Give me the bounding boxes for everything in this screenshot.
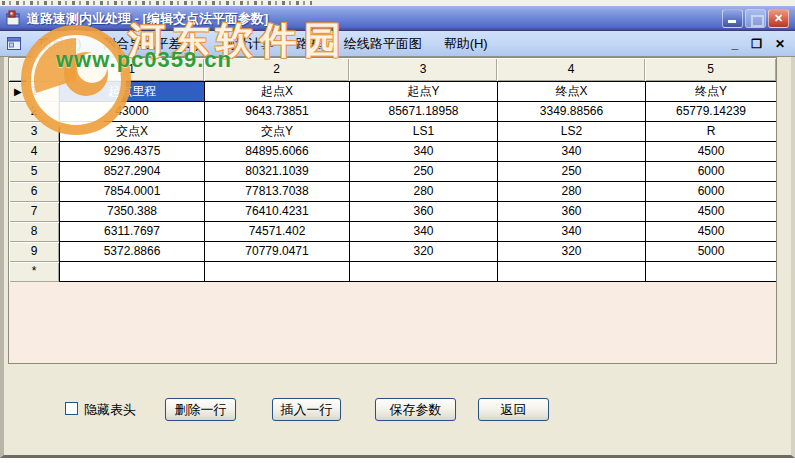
grid-cell[interactable]: 终点Y: [646, 82, 777, 102]
grid-cell[interactable]: 终点X: [498, 82, 646, 102]
grid-rows: 1▶起点里程起点X起点Y终点X终点Y2430009643.7385185671.…: [9, 82, 776, 282]
grid-column-header[interactable]: 1: [59, 58, 204, 81]
grid-row: 2430009643.7385185671.189583349.88566657…: [9, 102, 776, 122]
grid-row-header[interactable]: 8: [9, 222, 59, 242]
grid-cell[interactable]: [498, 262, 646, 282]
menu-item-survey-calc[interactable]: 测量计算: [211, 35, 285, 53]
grid-cell[interactable]: 交点Y: [205, 122, 350, 142]
grid-cell[interactable]: [205, 262, 350, 282]
grid-corner-cell[interactable]: [9, 58, 59, 81]
grid-cell[interactable]: 360: [498, 202, 646, 222]
grid-column-header[interactable]: 3: [349, 58, 497, 81]
grid-cell[interactable]: 交点X: [60, 122, 205, 142]
grid-cell[interactable]: 起点X: [205, 82, 350, 102]
grid-cell[interactable]: 340: [350, 222, 498, 242]
grid-cell[interactable]: 280: [498, 182, 646, 202]
grid-column-header[interactable]: 4: [497, 58, 645, 81]
grid-cell[interactable]: 起点里程: [60, 82, 205, 102]
grid-cell[interactable]: 320: [350, 242, 498, 262]
grid-cell[interactable]: 6311.7697: [60, 222, 205, 242]
grid-row-header[interactable]: 3: [9, 122, 59, 142]
grid-row-header[interactable]: 1▶: [9, 82, 59, 102]
grid-cell[interactable]: 340: [498, 222, 646, 242]
grid-cell[interactable]: R: [646, 122, 777, 142]
grid-row: 77350.38876410.42313603604500: [9, 202, 776, 222]
hide-header-checkbox[interactable]: [65, 402, 78, 415]
current-row-marker-icon: ▶: [14, 82, 22, 101]
grid-column-header[interactable]: 5: [645, 58, 776, 81]
grid-cell[interactable]: 77813.7038: [205, 182, 350, 202]
menu-item-roadbed[interactable]: 路基: [285, 35, 333, 53]
grid-cell[interactable]: 84895.6066: [205, 142, 350, 162]
grid-cell[interactable]: 8527.2904: [60, 162, 205, 182]
delete-row-button[interactable]: 删除一行: [165, 398, 236, 421]
grid-cell[interactable]: 85671.18958: [350, 102, 498, 122]
minimize-button[interactable]: [722, 9, 743, 28]
grid-row-header[interactable]: *: [9, 262, 59, 282]
grid-cell[interactable]: 4500: [646, 142, 777, 162]
return-button[interactable]: 返回: [478, 398, 549, 421]
grid-row-header[interactable]: 7: [9, 202, 59, 222]
grid-cell[interactable]: 7854.0001: [60, 182, 205, 202]
close-button[interactable]: ✕: [768, 9, 789, 28]
maximize-button[interactable]: [745, 9, 766, 28]
grid-cell[interactable]: LS1: [350, 122, 498, 142]
grid-cell[interactable]: LS2: [498, 122, 646, 142]
parameters-datagrid: 12345 1▶起点里程起点X起点Y终点X终点Y2430009643.73851…: [8, 57, 777, 364]
grid-row: 58527.290480321.10392502506000: [9, 162, 776, 182]
background-window-text-fragments: [2, 1, 312, 5]
grid-cell[interactable]: 4500: [646, 222, 777, 242]
grid-cell[interactable]: 65779.14239: [646, 102, 777, 122]
grid-cell[interactable]: [350, 262, 498, 282]
grid-cell[interactable]: 250: [350, 162, 498, 182]
grid-cell[interactable]: 5372.8866: [60, 242, 205, 262]
grid-row: 86311.769774571.4023403404500: [9, 222, 776, 242]
grid-row-header[interactable]: 5: [9, 162, 59, 182]
grid-cell[interactable]: 80321.1039: [205, 162, 350, 182]
titlebar[interactable]: 道路速测内业处理 - [编辑交点法平面参数] ✕: [0, 6, 795, 31]
grid-row: 67854.000177813.70382802806000: [9, 182, 776, 202]
grid-row-header[interactable]: 4: [9, 142, 59, 162]
grid-row-header[interactable]: 2: [9, 102, 59, 122]
grid-cell[interactable]: 70779.0471: [205, 242, 350, 262]
grid-cell[interactable]: 250: [498, 162, 646, 182]
menu-item-help[interactable]: 帮助(H): [433, 35, 499, 53]
grid-cell[interactable]: 9296.4375: [60, 142, 205, 162]
grid-cell[interactable]: [60, 262, 205, 282]
menu-item-traverse-adjustment[interactable]: 附合导线平差(D): [93, 35, 211, 53]
mdi-minimize-icon[interactable]: _: [731, 37, 738, 51]
menu-item-project[interactable]: 项目(F): [28, 35, 93, 53]
grid-cell[interactable]: 340: [498, 142, 646, 162]
grid-cell[interactable]: 3349.88566: [498, 102, 646, 122]
insert-row-button[interactable]: 插入一行: [272, 398, 341, 421]
hide-header-label: 隐藏表头: [84, 401, 136, 419]
grid-header-row: 12345: [9, 58, 776, 82]
grid-row-header[interactable]: 6: [9, 182, 59, 202]
menu-item-draw-plan[interactable]: 绘线路平面图: [333, 35, 433, 53]
grid-cell[interactable]: 6000: [646, 162, 777, 182]
grid-cell[interactable]: 7350.388: [60, 202, 205, 222]
grid-cell[interactable]: 320: [498, 242, 646, 262]
grid-cell[interactable]: 74571.402: [205, 222, 350, 242]
mdi-close-icon[interactable]: ✕: [775, 37, 785, 51]
grid-cell[interactable]: 5000: [646, 242, 777, 262]
mdi-child-icon: [7, 37, 21, 50]
grid-cell[interactable]: 76410.4231: [205, 202, 350, 222]
grid-cell[interactable]: [646, 262, 777, 282]
grid-row-header[interactable]: 9: [9, 242, 59, 262]
grid-cell[interactable]: 340: [350, 142, 498, 162]
mdi-restore-icon[interactable]: ❐: [751, 37, 762, 51]
save-params-button[interactable]: 保存参数: [375, 398, 456, 421]
grid-cell[interactable]: 起点Y: [350, 82, 498, 102]
grid-row: 3交点X交点YLS1LS2R: [9, 122, 776, 142]
menubar: 项目(F) 附合导线平差(D) 测量计算 路基 绘线路平面图 帮助(H) _ ❐…: [0, 31, 795, 57]
grid-cell[interactable]: 360: [350, 202, 498, 222]
grid-cell[interactable]: 4500: [646, 202, 777, 222]
grid-cell[interactable]: 6000: [646, 182, 777, 202]
grid-cell[interactable]: 280: [350, 182, 498, 202]
grid-cell[interactable]: 43000: [60, 102, 205, 122]
mdi-window-controls: _ ❐ ✕: [731, 31, 785, 56]
window-title: 道路速测内业处理 - [编辑交点法平面参数]: [27, 10, 268, 28]
grid-column-header[interactable]: 2: [204, 58, 349, 81]
grid-cell[interactable]: 9643.73851: [205, 102, 350, 122]
